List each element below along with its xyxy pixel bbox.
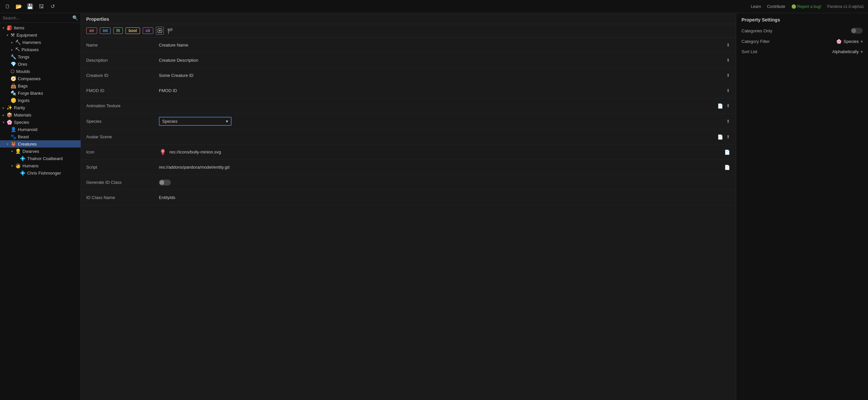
prop-file-btn-avatar-scene[interactable]: 📄 [717,134,724,140]
categories-only-toggle[interactable] [851,28,863,34]
prop-inherit-btn-creature-id[interactable]: ⬆ [726,72,731,78]
new-file-icon[interactable]: 🗋 [4,3,11,10]
sidebar-item-humanoid[interactable]: 👤 Humanoid [0,126,81,133]
sidebar-tree: ▾ 🎒 Items ▾ ⚒ Equipment ▸ 🔨 Hammers ▸ ⛏ … [0,23,81,400]
prop-file-btn-icon[interactable]: 📄 [724,149,731,156]
sidebar-item-ores[interactable]: 💎 Ores [0,60,81,68]
prop-label-name: Name [86,42,159,47]
sidebar-item-moulds[interactable]: ⬡ Moulds [0,68,81,75]
filter-bool[interactable]: bool [125,27,140,34]
sidebar-item-thalnor[interactable]: 💠 Thalnor Coalbeard [0,155,81,162]
version-label: Pandora v1.0-alpha1 [827,4,864,9]
filter-int[interactable]: int [100,27,111,34]
prop-value-description: Creature Description [159,58,726,63]
prop-inherit-btn-description[interactable]: ⬆ [726,57,731,63]
sidebar-item-rarity[interactable]: ▸ ✨ Rarity [0,104,81,111]
sidebar-item-humans[interactable]: ▾ 🧑 Humans [0,162,81,169]
prop-row-animation-texture: Animation Texture 📄⬆ [81,98,736,113]
sidebar-item-chris[interactable]: 💠 Chris Fishmonger [0,169,81,176]
prop-inherit-btn-species[interactable]: ⬆ [726,118,731,125]
tree-arrow-humans: ▾ [11,164,15,168]
prop-inherit-btn-animation-texture[interactable]: ⬆ [726,103,731,109]
tree-arrow-pickaxes: ▸ [11,48,15,52]
sort-list-dropdown[interactable]: Alphabetically ▾ [832,49,863,54]
prop-row-icon: Icon res://icons/bully-minion.svg 📄 [81,144,736,160]
tree-icon-bags: 👜 [10,83,16,89]
sidebar-item-ingots[interactable]: 🪙 Ingots [0,97,81,104]
search-input[interactable] [3,15,70,21]
topbar: 🗋 📂 💾 🖫 ↺ Learn Contribute 🟢 Report a bu… [0,0,868,13]
tree-icon-tongs: 🔧 [10,54,16,59]
tree-icon-ores: 💎 [10,61,16,67]
tree-label-chris: Chris Fishmonger [27,171,78,175]
tree-label-thalnor: Thalnor Coalbeard [27,156,78,161]
prop-actions-fmod-id: ⬆ [726,88,731,94]
prop-inherit-btn-avatar-scene[interactable]: ⬆ [726,134,731,140]
center-panel: Properties str int flt bool clr 🏴 Name C… [81,13,736,400]
tree-label-hammers: Hammers [23,40,78,45]
tree-label-bags: Bags [18,84,78,89]
tree-arrow-hammers: ▸ [11,41,15,44]
search-icon: 🔍 [72,15,78,21]
prop-value-icon: res://icons/bully-minion.svg [159,148,724,156]
tree-label-dwarves: Dwarves [23,149,78,154]
tree-label-items: Items [14,25,78,30]
tree-icon-thalnor: 💠 [20,156,25,161]
tree-icon-humanoid: 👤 [10,127,16,132]
open-folder-icon[interactable]: 📂 [15,3,23,10]
prop-actions-avatar-scene: 📄⬆ [717,134,731,140]
topbar-right: Learn Contribute 🟢 Report a bug! Pandora… [751,4,864,9]
sort-list-arrow: ▾ [861,49,863,54]
sidebar-item-beast[interactable]: 🐾 Beast [0,133,81,140]
sidebar-item-creatures[interactable]: ▾ 👹 Creatures [0,140,81,147]
generate-id-toggle[interactable] [159,179,171,186]
save-icon[interactable]: 🖫 [38,3,45,10]
prop-inherit-btn-name[interactable]: ⬆ [726,42,731,48]
learn-link[interactable]: Learn [751,4,761,9]
prop-file-btn-script[interactable]: 📄 [724,164,731,171]
main-layout: 🔍 ▾ 🎒 Items ▾ ⚒ Equipment ▸ 🔨 Hammers ▸ … [0,13,868,400]
filter-flt[interactable]: flt [113,27,123,34]
tree-label-humanoid: Humanoid [18,127,78,132]
species-dropdown[interactable]: Species ▾ [159,117,231,126]
sidebar-item-compasses[interactable]: 🧭 Compasses [0,75,81,82]
right-panel: Property Settings Categories Only Catego… [736,13,868,400]
sidebar-item-hammers[interactable]: ▸ 🔨 Hammers [0,39,81,46]
sidebar-item-bags[interactable]: 👜 Bags [0,82,81,90]
prop-inherit-btn-fmod-id[interactable]: ⬆ [726,88,731,94]
prop-value-fmod-id: FMOD ID [159,88,726,93]
sidebar-item-items[interactable]: ▾ 🎒 Items [0,24,81,31]
contribute-link[interactable]: Contribute [767,4,785,9]
tree-icon-items: 🎒 [7,25,12,30]
sidebar-item-forge-blanks[interactable]: 🔩 Forge Blanks [0,90,81,97]
prop-value-id-class-name: EntityIds [159,195,731,200]
svg-rect-4 [162,153,164,155]
prop-row-species: Species Species ▾ ⬆ [81,113,736,129]
filter-clr[interactable]: clr [143,27,154,34]
prop-actions-creature-id: ⬆ [726,72,731,78]
svg-point-6 [163,150,164,151]
sidebar-item-materials[interactable]: ▸ 📦 Materials [0,111,81,119]
prop-file-btn-animation-texture[interactable]: 📄 [717,103,724,109]
categories-only-row: Categories Only [742,28,863,34]
filter-flag[interactable]: 🏴 [166,27,175,35]
undo-icon[interactable]: ↺ [49,3,56,10]
prop-value-creature-id: Some Creature ID [159,73,726,78]
prop-value-species: Species ▾ [159,117,726,126]
tree-label-moulds: Moulds [16,69,78,74]
sidebar-item-equipment[interactable]: ▾ ⚒ Equipment [0,31,81,39]
filter-str[interactable]: str [86,27,97,34]
save-as-icon[interactable]: 💾 [26,3,34,10]
sidebar-item-pickaxes[interactable]: ▸ ⛏ Pickaxes [0,46,81,53]
sidebar-item-tongs[interactable]: 🔧 Tongs [0,53,81,60]
category-filter-dropdown[interactable]: 🌸 Species ▾ [836,39,863,44]
filter-obj[interactable] [156,27,164,35]
sort-list-value: Alphabetically [832,49,859,54]
species-dropdown-label: Species [162,119,177,124]
prop-value-text-id-class-name: EntityIds [159,195,175,200]
sidebar-item-dwarves[interactable]: ▾ 👷 Dwarves [0,147,81,155]
svg-point-1 [159,30,161,32]
sidebar-item-species[interactable]: ▾ 🌸 Species [0,119,81,126]
properties-header: Properties [81,13,736,24]
bug-report-link[interactable]: 🟢 Report a bug! [792,4,822,9]
